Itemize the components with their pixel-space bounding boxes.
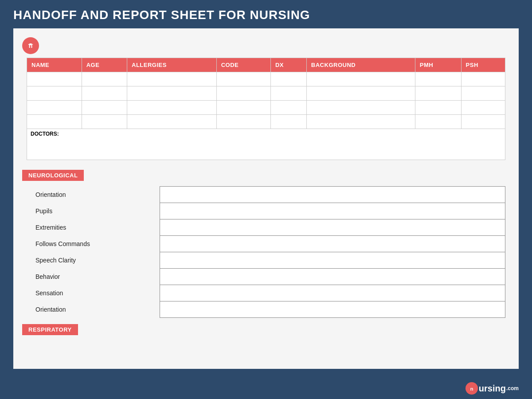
neuro-row xyxy=(160,285,505,301)
col-header-code: CODE xyxy=(216,58,270,72)
neuro-row xyxy=(160,187,505,203)
neuro-row xyxy=(160,301,505,318)
neuro-labels: OrientationPupilsExtremitiesFollows Comm… xyxy=(35,186,124,317)
doctors-row: DOCTORS: xyxy=(27,129,505,160)
neuro-label-item: Follows Commands xyxy=(35,235,124,252)
patient-table-header: NAMEAGEALLERGIESCODEDXBACKGROUNDPMHPSH xyxy=(27,58,505,72)
col-header-name: NAME xyxy=(27,58,82,72)
patient-cell[interactable] xyxy=(127,115,217,129)
neurological-badge: NEUROLOGICAL xyxy=(22,170,84,181)
neuro-cell[interactable] xyxy=(160,252,505,269)
col-header-dx: DX xyxy=(270,58,306,72)
neuro-cell[interactable] xyxy=(160,236,505,252)
neuro-row xyxy=(160,252,505,269)
page-title: HANDOFF AND REPORT SHEET FOR NURSING xyxy=(13,8,519,22)
patient-cell[interactable] xyxy=(127,72,217,86)
footer-logo-icon: n xyxy=(466,382,478,395)
patient-cell[interactable] xyxy=(216,72,270,86)
col-header-background: BACKGROUND xyxy=(306,58,415,72)
footer-logo-text: ursing xyxy=(479,383,506,394)
patient-cell[interactable] xyxy=(415,72,461,86)
patient-cell[interactable] xyxy=(415,101,461,115)
neuro-cell[interactable] xyxy=(160,219,505,236)
patient-row xyxy=(27,86,505,101)
patient-cell[interactable] xyxy=(306,72,415,86)
logo-area: n xyxy=(22,37,505,54)
neuro-label-item: Pupils xyxy=(35,203,124,219)
col-header-allergies: ALLERGIES xyxy=(127,58,217,72)
patient-cell[interactable] xyxy=(461,115,505,129)
doctors-cell[interactable]: DOCTORS: xyxy=(27,129,505,160)
col-header-age: AGE xyxy=(82,58,127,72)
neuro-label-item: Orientation xyxy=(35,301,124,317)
patient-cell[interactable] xyxy=(127,86,217,101)
patient-cell[interactable] xyxy=(306,101,415,115)
patient-cell[interactable] xyxy=(461,86,505,101)
patient-cell[interactable] xyxy=(415,115,461,129)
patient-cell[interactable] xyxy=(82,86,127,101)
patient-cell[interactable] xyxy=(27,72,82,86)
content-area: n NAMEAGEALLERGIESCODEDXBACKGROUNDPMHPSH… xyxy=(13,28,519,369)
patient-cell[interactable] xyxy=(27,101,82,115)
neuro-row xyxy=(160,219,505,236)
patient-row xyxy=(27,72,505,86)
patient-row xyxy=(27,115,505,129)
footer-logo: n ursing.com xyxy=(466,382,519,395)
patient-cell[interactable] xyxy=(82,115,127,129)
patient-table: NAMEAGEALLERGIESCODEDXBACKGROUNDPMHPSH D… xyxy=(27,58,505,160)
neuro-label-item: Orientation xyxy=(35,186,124,203)
svg-text:n: n xyxy=(29,42,33,49)
neuro-cell[interactable] xyxy=(160,203,505,219)
neuro-label-item: Sensation xyxy=(35,285,124,301)
patient-cell[interactable] xyxy=(415,86,461,101)
neuro-row xyxy=(160,269,505,285)
patient-cell[interactable] xyxy=(461,101,505,115)
neuro-row xyxy=(160,236,505,252)
neuro-label-item: Speech Clarity xyxy=(35,252,124,268)
patient-cell[interactable] xyxy=(270,72,306,86)
patient-cell[interactable] xyxy=(82,101,127,115)
patient-cell[interactable] xyxy=(27,86,82,101)
patient-cell[interactable] xyxy=(82,72,127,86)
page-header: HANDOFF AND REPORT SHEET FOR NURSING xyxy=(0,0,532,28)
svg-text:n: n xyxy=(470,386,473,391)
neuro-cell[interactable] xyxy=(160,269,505,285)
patient-info-section: NAMEAGEALLERGIESCODEDXBACKGROUNDPMHPSH D… xyxy=(27,58,505,160)
neuro-row xyxy=(160,203,505,219)
col-header-pmh: PMH xyxy=(415,58,461,72)
neuro-cell[interactable] xyxy=(160,285,505,301)
neuro-cell[interactable] xyxy=(160,187,505,203)
patient-cell[interactable] xyxy=(127,101,217,115)
footer-bar: n ursing.com xyxy=(0,378,532,399)
neurological-section: NEUROLOGICAL OrientationPupilsExtremitie… xyxy=(22,170,505,335)
patient-cell[interactable] xyxy=(27,115,82,129)
neuro-rows-table xyxy=(160,186,505,318)
logo-icon: n xyxy=(22,37,39,54)
neuro-cell[interactable] xyxy=(160,301,505,318)
patient-row xyxy=(27,101,505,115)
col-header-psh: PSH xyxy=(461,58,505,72)
patient-cell[interactable] xyxy=(270,101,306,115)
patient-cell[interactable] xyxy=(216,101,270,115)
patient-cell[interactable] xyxy=(270,115,306,129)
patient-cell[interactable] xyxy=(306,86,415,101)
footer-logo-suffix: .com xyxy=(506,385,519,391)
neuro-content: OrientationPupilsExtremitiesFollows Comm… xyxy=(22,186,505,318)
patient-cell[interactable] xyxy=(461,72,505,86)
patient-cell[interactable] xyxy=(216,86,270,101)
respiratory-badge: RESPIRATORY xyxy=(22,324,78,335)
neuro-label-item: Extremities xyxy=(35,219,124,235)
neuro-label-item: Behavior xyxy=(35,268,124,285)
patient-cell[interactable] xyxy=(306,115,415,129)
patient-cell[interactable] xyxy=(270,86,306,101)
patient-cell[interactable] xyxy=(216,115,270,129)
